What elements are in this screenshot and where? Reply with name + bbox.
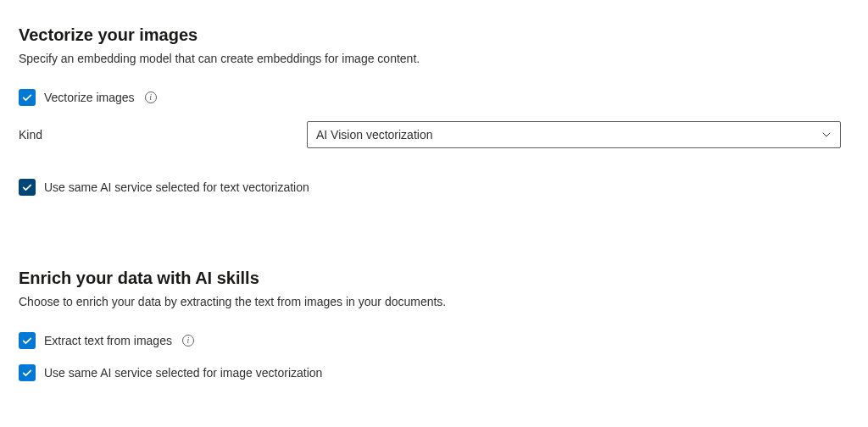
use-same-text-row: Use same AI service selected for text ve… [19, 179, 849, 196]
use-same-image-row: Use same AI service selected for image v… [19, 364, 849, 381]
enrich-description: Choose to enrich your data by extracting… [19, 295, 849, 308]
vectorize-images-checkbox[interactable] [19, 89, 36, 106]
kind-row: Kind AI Vision vectorization [19, 121, 849, 148]
extract-text-row: Extract text from images i [19, 332, 849, 349]
vectorize-images-row: Vectorize images i [19, 89, 849, 106]
info-icon[interactable]: i [145, 92, 157, 103]
check-icon [21, 181, 33, 193]
kind-label-cell: Kind [19, 128, 307, 141]
extract-text-checkbox[interactable] [19, 332, 36, 349]
kind-value: AI Vision vectorization [316, 128, 432, 141]
extract-text-label: Extract text from images [44, 334, 172, 347]
enrich-title: Enrich your data with AI skills [19, 269, 849, 288]
vectorize-description: Specify an embedding model that can crea… [19, 52, 849, 65]
check-icon [21, 335, 33, 347]
use-same-text-checkbox[interactable] [19, 179, 36, 196]
use-same-image-checkbox[interactable] [19, 364, 36, 381]
kind-control-cell: AI Vision vectorization [307, 121, 841, 148]
use-same-image-label: Use same AI service selected for image v… [44, 366, 322, 380]
kind-dropdown[interactable]: AI Vision vectorization [307, 121, 841, 148]
kind-label: Kind [19, 128, 42, 141]
check-icon [21, 92, 33, 103]
use-same-text-label: Use same AI service selected for text ve… [44, 180, 309, 194]
info-icon[interactable]: i [182, 335, 194, 347]
vectorize-title: Vectorize your images [19, 25, 849, 45]
check-icon [21, 367, 33, 379]
vectorize-images-label: Vectorize images [44, 91, 135, 104]
chevron-down-icon [821, 130, 832, 140]
